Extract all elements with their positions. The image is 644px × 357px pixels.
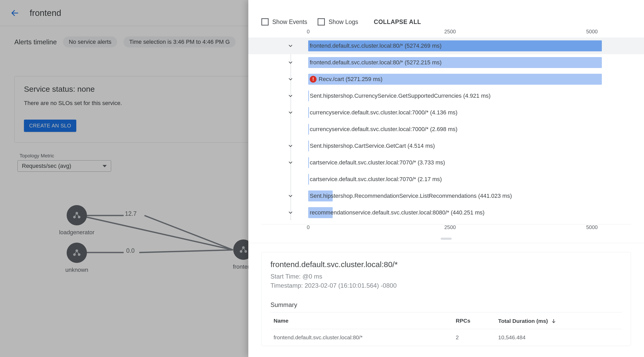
axis-tick: 2500 (444, 224, 456, 230)
time-selection-pill[interactable]: Time selection is 3:46 PM to 4:46 PM G (123, 36, 236, 47)
axis-tick: 2500 (444, 29, 456, 35)
chevron-down-icon[interactable] (287, 76, 294, 82)
span-details: frontend.default.svc.cluster.local:80/* … (248, 243, 644, 346)
span-label-text: Sent.hipstershop.RecommendationService.L… (310, 193, 512, 199)
cell-name: frontend.default.svc.cluster.local:80/* (271, 330, 453, 345)
table-row[interactable]: frontend.default.svc.cluster.local:80/*2… (271, 330, 621, 345)
span-bar[interactable] (308, 124, 309, 135)
span-start-time: Start Time: @0 ms (270, 272, 622, 281)
trace-span-row[interactable]: cartservice.default.svc.cluster.local:70… (248, 171, 644, 188)
span-label-text: currencyservice.default.svc.cluster.loca… (310, 126, 457, 133)
chevron-down-icon[interactable] (287, 43, 294, 49)
trace-waterfall[interactable]: frontend.default.svc.cluster.local:80/* … (248, 38, 644, 221)
back-arrow-icon[interactable] (10, 9, 19, 17)
span-label: currencyservice.default.svc.cluster.loca… (310, 109, 457, 116)
cell-rpcs: 2 (453, 330, 495, 345)
error-icon: ! (310, 76, 317, 83)
span-label: recommendationservice.default.svc.cluste… (310, 209, 484, 216)
chevron-down-icon[interactable] (287, 93, 294, 99)
axis-tick: 5000 (586, 224, 598, 230)
node-unknown[interactable]: unknown (56, 243, 98, 273)
svg-line-21 (243, 248, 246, 251)
create-slo-button[interactable]: CREATE AN SLO (24, 120, 76, 132)
trace-span-row[interactable]: frontend.default.svc.cluster.local:80/* … (248, 54, 644, 71)
span-label-text: recommendationservice.default.svc.cluste… (310, 209, 484, 216)
axis-tick: 5000 (586, 29, 598, 35)
span-label-text: currencyservice.default.svc.cluster.loca… (310, 109, 457, 116)
trace-span-row[interactable]: recommendationservice.default.svc.cluste… (248, 204, 644, 221)
trace-span-row[interactable]: currencyservice.default.svc.cluster.loca… (248, 121, 644, 138)
svg-line-10 (74, 213, 77, 217)
col-name[interactable]: Name (271, 313, 453, 329)
sort-desc-icon (551, 318, 556, 325)
span-label: cartservice.default.svc.cluster.local:70… (310, 176, 442, 183)
trace-axis-top: 0 2500 5000 (261, 29, 631, 38)
chevron-down-icon[interactable] (287, 59, 294, 66)
node-label: loadgenerator (56, 229, 98, 236)
trace-span-row[interactable]: Sent.hipstershop.RecommendationService.L… (248, 188, 644, 204)
span-details-title: frontend.default.svc.cluster.local:80/* (270, 260, 622, 269)
edge-label-loadgen: 12.7 (125, 210, 137, 217)
show-events-checkbox[interactable]: Show Events (261, 18, 307, 26)
span-label-text: Recv./cart (5271.259 ms) (319, 76, 382, 83)
chevron-down-icon[interactable] (287, 210, 294, 216)
chevron-down-icon[interactable] (287, 143, 294, 149)
trace-span-row[interactable]: Sent.hipstershop.CurrencyService.GetSupp… (248, 88, 644, 104)
edge-label-unknown: 0.0 (126, 247, 135, 254)
col-rpcs[interactable]: RPCs (453, 313, 495, 329)
chevron-down-icon[interactable] (287, 109, 294, 116)
topology-metric-select[interactable]: Requests/sec (avg) (17, 160, 111, 172)
trace-span-row[interactable]: frontend.default.svc.cluster.local:80/* … (248, 38, 644, 54)
span-label: frontend.default.svc.cluster.local:80/* … (310, 42, 441, 49)
service-node-icon (67, 205, 87, 225)
span-label: Sent.hipstershop.RecommendationService.L… (310, 193, 512, 199)
svg-line-20 (241, 248, 243, 251)
trace-controls: Show Events Show Logs COLLAPSE ALL (261, 18, 631, 26)
svg-line-15 (74, 251, 77, 255)
span-bar[interactable] (308, 107, 309, 118)
trace-span-row[interactable]: Sent.hipstershop.CartService.GetCart (4.… (248, 138, 644, 154)
checkbox-icon (261, 18, 269, 26)
span-bar[interactable] (308, 140, 309, 151)
chevron-down-icon[interactable] (287, 193, 294, 199)
axis-tick: 0 (307, 224, 310, 230)
span-label: currencyservice.default.svc.cluster.loca… (310, 126, 457, 133)
span-bar[interactable] (308, 157, 309, 168)
dropdown-caret-icon (103, 165, 107, 167)
trace-span-row[interactable]: !Recv./cart (5271.259 ms) (248, 71, 644, 88)
show-events-label: Show Events (272, 19, 307, 26)
span-label: frontend.default.svc.cluster.local:80/* … (310, 59, 441, 66)
span-bar[interactable] (308, 90, 309, 101)
col-duration[interactable]: Total Duration (ms) (496, 313, 621, 329)
trace-span-row[interactable]: cartservice.default.svc.cluster.local:70… (248, 154, 644, 171)
node-label: unknown (56, 267, 98, 273)
trace-details-panel: Show Events Show Logs COLLAPSE ALL 0 250… (248, 0, 644, 357)
node-loadgenerator[interactable]: loadgenerator (56, 205, 98, 236)
axis-tick: 0 (307, 29, 310, 35)
svg-line-11 (77, 213, 79, 217)
alerts-timeline-title: Alerts timeline (14, 38, 57, 46)
collapse-all-button[interactable]: COLLAPSE ALL (374, 19, 421, 26)
span-label: Sent.hipstershop.CurrencyService.GetSupp… (310, 93, 491, 99)
span-label-text: frontend.default.svc.cluster.local:80/* … (310, 42, 441, 49)
span-label-text: Sent.hipstershop.CartService.GetCart (4.… (310, 143, 435, 149)
svg-line-4 (139, 250, 233, 253)
summary-table: Name RPCs Total Duration (ms) frontend.d… (270, 312, 622, 346)
service-status-desc: There are no SLOs set for this service. (24, 100, 270, 107)
col-duration-label: Total Duration (ms) (498, 318, 548, 324)
show-logs-checkbox[interactable]: Show Logs (318, 18, 358, 26)
span-label-text: cartservice.default.svc.cluster.local:70… (310, 176, 442, 183)
show-logs-label: Show Logs (329, 19, 358, 26)
checkbox-icon (318, 18, 325, 26)
span-label: cartservice.default.svc.cluster.local:70… (310, 159, 445, 166)
span-label: !Recv./cart (5271.259 ms) (310, 76, 382, 83)
span-timestamp: Timestamp: 2023-02-07 (16:10:01.564) -08… (270, 281, 622, 290)
panel-drag-handle[interactable] (441, 238, 452, 240)
span-label-text: Sent.hipstershop.CurrencyService.GetSupp… (310, 93, 491, 99)
span-label: Sent.hipstershop.CartService.GetCart (4.… (310, 143, 435, 149)
chevron-down-icon[interactable] (287, 159, 294, 166)
cell-total: 10,546.484 (496, 330, 621, 345)
service-status-card: Service status: none There are no SLOs s… (14, 76, 280, 143)
trace-span-row[interactable]: currencyservice.default.svc.cluster.loca… (248, 104, 644, 121)
span-bar[interactable] (308, 174, 309, 185)
